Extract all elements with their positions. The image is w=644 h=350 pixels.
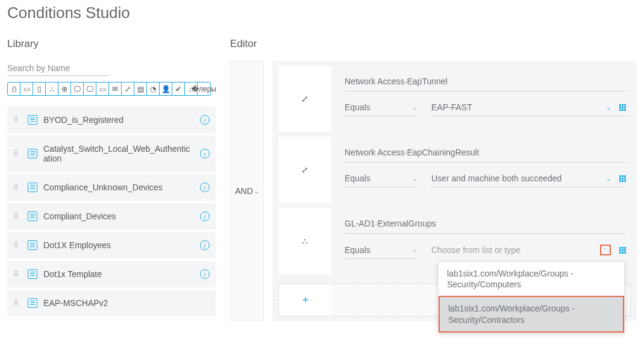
library-list: ⠿ BYOD_is_Registered i ⠿ Catalyst_Switch… bbox=[7, 107, 216, 316]
group-icon[interactable]: ⛬ bbox=[46, 83, 58, 95]
list-item-label: Dot1x Template bbox=[43, 269, 194, 279]
condition-icon bbox=[28, 211, 37, 221]
expand-icon: ⤢ bbox=[301, 165, 308, 175]
drag-handle-icon[interactable]: ⠿ bbox=[13, 212, 22, 220]
list-item[interactable]: ⠿ Catalyst_Switch_Local_Web_Authenticati… bbox=[7, 136, 216, 172]
drag-handle-icon[interactable]: ⠿ bbox=[13, 183, 22, 192]
attribute-field[interactable]: Network Access·EapTunnel bbox=[345, 74, 626, 92]
value-field[interactable]: Choose from list or type ⌃ bbox=[431, 242, 626, 259]
info-icon[interactable]: i bbox=[200, 149, 210, 158]
chevron-down-icon: ⌄ bbox=[254, 188, 259, 195]
page-title: Conditions Studio bbox=[0, 0, 644, 22]
condition-icon bbox=[28, 115, 37, 125]
library-title: Library bbox=[7, 38, 216, 50]
condition-icon bbox=[28, 298, 37, 308]
add-rule-button[interactable]: + bbox=[279, 284, 332, 316]
operator-value: Equals bbox=[345, 173, 370, 183]
grid-icon[interactable] bbox=[619, 104, 626, 111]
list-item-label: Catalyst_Switch_Local_Web_Authentication bbox=[43, 144, 194, 163]
chevron-up-icon: ⌃ bbox=[603, 247, 608, 253]
list-item[interactable]: ⠿ BYOD_is_Registered i bbox=[7, 107, 216, 133]
value-dropdown: lab1six1.com/Workplace/Groups - Security… bbox=[438, 261, 625, 333]
info-icon[interactable]: i bbox=[200, 269, 210, 279]
drag-handle-icon[interactable]: ⠿ bbox=[13, 299, 22, 307]
clock-icon[interactable]: ◔ bbox=[147, 83, 160, 95]
list-item[interactable]: ⠿ Dot1x Template i bbox=[7, 261, 216, 287]
desktop2-icon[interactable]: 🖵 bbox=[84, 83, 96, 95]
drag-handle-icon[interactable]: ⠿ bbox=[13, 241, 22, 249]
list-item[interactable]: ⠿ Compliant_Devices i bbox=[7, 203, 216, 230]
operator-value: Equals bbox=[345, 102, 370, 112]
condition-icon bbox=[28, 149, 37, 158]
logical-operator-column[interactable]: AND ⌄ bbox=[230, 61, 264, 321]
value-placeholder: Choose from list or type bbox=[431, 245, 593, 255]
desktop-icon[interactable]: 🖵 bbox=[71, 83, 84, 95]
condition-icon bbox=[28, 240, 37, 250]
pin-icon[interactable]: ⎙ bbox=[8, 83, 20, 95]
rules-column: ⤢ Network Access·EapTunnel Equals ⌄ EAP-… bbox=[272, 61, 637, 321]
chevron-down-icon: ⌄ bbox=[412, 104, 417, 111]
info-icon[interactable]: i bbox=[200, 183, 210, 192]
check-icon[interactable]: ✔ bbox=[172, 83, 185, 95]
operator-field[interactable]: Equals ⌄ bbox=[345, 171, 417, 187]
search-input[interactable] bbox=[7, 61, 110, 76]
rule-row: ⤢ Network Access·EapChainingResult Equal… bbox=[278, 137, 631, 203]
screen-icon[interactable]: ▭ bbox=[96, 83, 109, 95]
list-icon[interactable]: ▤ bbox=[134, 83, 147, 95]
operator-value: Equals bbox=[345, 245, 370, 255]
list-item[interactable]: ⠿ Dot1X Employees i bbox=[7, 232, 216, 258]
value-field[interactable]: User and machine both succeeded ⌄ bbox=[431, 171, 626, 187]
rule-type-box[interactable]: ⤢ bbox=[278, 137, 331, 203]
list-item-label: EAP-MSCHAPv2 bbox=[43, 298, 210, 308]
wifi-icon[interactable]: �леры bbox=[198, 83, 210, 95]
value-text: EAP-FAST bbox=[431, 102, 601, 112]
user-icon[interactable]: 👤 bbox=[160, 83, 172, 95]
group-icon: ⛬ bbox=[301, 236, 309, 246]
chevron-down-icon: ⌄ bbox=[606, 175, 611, 182]
tablet-icon[interactable]: ▯ bbox=[33, 83, 46, 95]
info-icon[interactable]: i bbox=[200, 115, 210, 125]
grid-icon[interactable] bbox=[619, 247, 626, 254]
card-icon[interactable]: ▭ bbox=[20, 83, 33, 95]
plus-icon: + bbox=[302, 294, 309, 307]
value-text: User and machine both succeeded bbox=[431, 173, 601, 183]
editor-panel: Editor AND ⌄ ⤢ Network Access·EapTunnel bbox=[223, 38, 644, 321]
operator-field[interactable]: Equals ⌄ bbox=[345, 100, 417, 116]
list-item[interactable]: ⠿ EAP-MSCHAPv2 bbox=[7, 290, 216, 316]
info-icon[interactable]: i bbox=[200, 240, 210, 250]
chevron-down-icon: ⌄ bbox=[412, 175, 417, 182]
list-item-label: BYOD_is_Registered bbox=[43, 115, 194, 125]
list-item-label: Compliant_Devices bbox=[43, 211, 194, 221]
list-item[interactable]: ⠿ Compliance_Unknown_Devices i bbox=[7, 174, 216, 201]
collapse-toggle[interactable]: ⌃ bbox=[600, 245, 611, 255]
filter-icon-bar: ⎙ ▭ ▯ ⛬ ⊕ 🖵 🖵 ▭ ✉ ⤢ ▤ ◔ 👤 ✔ ⌂ �леры bbox=[7, 82, 211, 96]
list-item-label: Compliance_Unknown_Devices bbox=[43, 183, 194, 192]
globe-icon[interactable]: ⊕ bbox=[58, 83, 71, 95]
expand-icon: ⤢ bbox=[301, 94, 308, 104]
drag-handle-icon[interactable]: ⠿ bbox=[13, 270, 22, 278]
attribute-field[interactable]: GL-AD1·ExternalGroups bbox=[345, 216, 626, 234]
rule-row: ⤢ Network Access·EapTunnel Equals ⌄ EAP-… bbox=[278, 66, 631, 132]
operator-field[interactable]: Equals ⌄ bbox=[345, 243, 417, 259]
logical-operator-label: AND bbox=[235, 186, 253, 196]
chevron-down-icon: ⌄ bbox=[412, 246, 417, 253]
rule-type-box[interactable]: ⛬ bbox=[278, 208, 331, 274]
chevron-down-icon: ⌄ bbox=[606, 104, 611, 111]
condition-icon bbox=[28, 183, 37, 192]
dropdown-option[interactable]: lab1six1.com/Workplace/Groups - Security… bbox=[439, 262, 624, 296]
rule-type-box[interactable]: ⤢ bbox=[278, 66, 331, 132]
attribute-field[interactable]: Network Access·EapChainingResult bbox=[345, 145, 626, 163]
dropdown-option[interactable]: lab1six1.com/Workplace/Groups - Security… bbox=[439, 296, 624, 332]
condition-icon bbox=[28, 269, 37, 279]
list-item-label: Dot1X Employees bbox=[43, 240, 194, 250]
rule-row: ⛬ GL-AD1·ExternalGroups Equals ⌄ Choose … bbox=[278, 208, 631, 274]
drag-handle-icon[interactable]: ⠿ bbox=[13, 149, 22, 158]
editor-title: Editor bbox=[230, 38, 637, 50]
info-icon[interactable]: i bbox=[200, 211, 210, 221]
expand-icon[interactable]: ⤢ bbox=[122, 83, 134, 95]
grid-icon[interactable] bbox=[619, 175, 626, 182]
value-field[interactable]: EAP-FAST ⌄ bbox=[431, 100, 626, 116]
library-panel: Library ⎙ ▭ ▯ ⛬ ⊕ 🖵 🖵 ▭ ✉ ⤢ ▤ ◔ 👤 ✔ ⌂ �л… bbox=[0, 38, 223, 321]
drag-handle-icon[interactable]: ⠿ bbox=[13, 116, 22, 124]
mail-icon[interactable]: ✉ bbox=[109, 83, 122, 95]
